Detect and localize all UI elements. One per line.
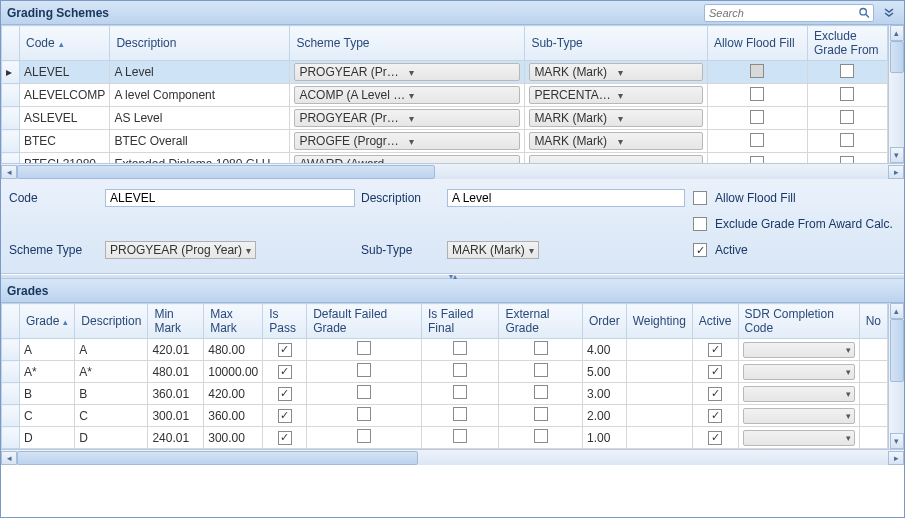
cell-is-failed-final[interactable]: [422, 427, 499, 449]
external-grade-checkbox[interactable]: [534, 385, 548, 399]
cell-max-mark[interactable]: 420.00: [204, 383, 263, 405]
cell-code[interactable]: ASLEVEL: [20, 107, 110, 130]
cell-scheme-type[interactable]: AWARD (Award Level)▾: [290, 153, 525, 164]
cell-sdr[interactable]: ▾: [738, 361, 859, 383]
table-row[interactable]: ▸ALEVELA LevelPROGYEAR (Prog Year)▾MARK …: [2, 61, 888, 84]
cell-default-failed-grade[interactable]: [307, 339, 422, 361]
cell-description[interactable]: BTEC Overall: [110, 130, 290, 153]
cell-scheme-type[interactable]: PROGYEAR (Prog Year)▾: [290, 107, 525, 130]
default-failed-grade-checkbox[interactable]: [357, 341, 371, 355]
scheme-type-cell-dropdown[interactable]: PROGFE (Programme FE)▾: [294, 132, 520, 150]
sub-type-cell-dropdown[interactable]: MARK (Mark)▾: [529, 63, 703, 81]
default-failed-grade-checkbox[interactable]: [357, 363, 371, 377]
col-grade[interactable]: Grade▴: [20, 304, 75, 339]
col-description[interactable]: Description: [110, 26, 290, 61]
cell-external-grade[interactable]: [499, 449, 583, 450]
sdr-dropdown[interactable]: ▾: [743, 408, 855, 424]
flood-fill-checkbox[interactable]: [750, 133, 764, 147]
cell-order[interactable]: 5.00: [582, 361, 626, 383]
sub-type-dropdown[interactable]: MARK (Mark)▾: [447, 241, 539, 259]
cell-is-pass[interactable]: ✓: [263, 339, 307, 361]
scroll-up-button[interactable]: ▴: [890, 303, 904, 319]
grades-vertical-scrollbar[interactable]: ▴ ▾: [888, 303, 904, 449]
cell-is-failed-final[interactable]: [422, 449, 499, 450]
default-failed-grade-checkbox[interactable]: [357, 385, 371, 399]
table-row[interactable]: EE0.00240.00✓0.00✓▾: [2, 449, 888, 450]
sub-type-cell-dropdown[interactable]: ▾: [529, 155, 703, 163]
row-header[interactable]: [2, 383, 20, 405]
cell-external-grade[interactable]: [499, 405, 583, 427]
cell-weighting[interactable]: [626, 427, 692, 449]
cell-grade-description[interactable]: A*: [75, 361, 148, 383]
table-row[interactable]: CC300.01360.00✓2.00✓▾: [2, 405, 888, 427]
exclude-grade-checkbox[interactable]: [840, 133, 854, 147]
cell-is-pass[interactable]: ✓: [263, 449, 307, 450]
cell-exclude-grade-from[interactable]: [807, 84, 887, 107]
cell-weighting[interactable]: [626, 339, 692, 361]
row-header[interactable]: [2, 84, 20, 107]
cell-external-grade[interactable]: [499, 361, 583, 383]
search-input[interactable]: [707, 7, 858, 19]
table-row[interactable]: ASLEVELAS LevelPROGYEAR (Prog Year)▾MARK…: [2, 107, 888, 130]
sub-type-cell-dropdown[interactable]: MARK (Mark)▾: [529, 132, 703, 150]
col-max-mark[interactable]: Max Mark: [204, 304, 263, 339]
is-failed-final-checkbox[interactable]: [453, 385, 467, 399]
active-checkbox[interactable]: ✓: [708, 343, 722, 357]
scheme-type-dropdown[interactable]: PROGYEAR (Prog Year)▾: [105, 241, 256, 259]
scheme-type-cell-dropdown[interactable]: AWARD (Award Level)▾: [294, 155, 520, 163]
col-scheme-type[interactable]: Scheme Type: [290, 26, 525, 61]
external-grade-checkbox[interactable]: [534, 363, 548, 377]
is-failed-final-checkbox[interactable]: [453, 429, 467, 443]
cell-weighting[interactable]: [626, 449, 692, 450]
col-is-pass[interactable]: Is Pass: [263, 304, 307, 339]
grades-horizontal-scrollbar[interactable]: ◂ ▸: [1, 449, 904, 465]
sub-type-cell-dropdown[interactable]: PERCENTAGE (Percentage)▾: [529, 86, 703, 104]
col-weighting[interactable]: Weighting: [626, 304, 692, 339]
cell-exclude-grade-from[interactable]: [807, 107, 887, 130]
cell-code[interactable]: ALEVELCOMP: [20, 84, 110, 107]
cell-is-failed-final[interactable]: [422, 339, 499, 361]
cell-active[interactable]: ✓: [692, 405, 738, 427]
cell-allow-flood-fill[interactable]: [707, 84, 807, 107]
cell-is-pass[interactable]: ✓: [263, 427, 307, 449]
active-checkbox[interactable]: ✓: [708, 431, 722, 445]
cell-sdr[interactable]: ▾: [738, 449, 859, 450]
sdr-dropdown[interactable]: ▾: [743, 430, 855, 446]
col-external-grade[interactable]: External Grade: [499, 304, 583, 339]
cell-description[interactable]: A Level: [110, 61, 290, 84]
cell-sub-type[interactable]: MARK (Mark)▾: [525, 61, 708, 84]
col-no[interactable]: No: [859, 304, 887, 339]
row-header[interactable]: [2, 130, 20, 153]
col-min-mark[interactable]: Min Mark: [148, 304, 204, 339]
cell-active[interactable]: ✓: [692, 339, 738, 361]
exclude-grade-checkbox[interactable]: [840, 110, 854, 124]
cell-max-mark[interactable]: 10000.00: [204, 361, 263, 383]
scroll-down-button[interactable]: ▾: [890, 433, 904, 449]
cell-no[interactable]: [859, 449, 887, 450]
row-header[interactable]: ▸: [2, 61, 20, 84]
cell-allow-flood-fill[interactable]: [707, 61, 807, 84]
cell-no[interactable]: [859, 361, 887, 383]
cell-grade-description[interactable]: B: [75, 383, 148, 405]
cell-default-failed-grade[interactable]: [307, 427, 422, 449]
cell-active[interactable]: ✓: [692, 361, 738, 383]
cell-sdr[interactable]: ▾: [738, 383, 859, 405]
cell-weighting[interactable]: [626, 361, 692, 383]
cell-grade[interactable]: B: [20, 383, 75, 405]
cell-default-failed-grade[interactable]: [307, 361, 422, 383]
allow-flood-fill-checkbox[interactable]: [693, 191, 707, 205]
flood-fill-checkbox[interactable]: [750, 87, 764, 101]
col-allow-flood-fill[interactable]: Allow Flood Fill: [707, 26, 807, 61]
cell-no[interactable]: [859, 427, 887, 449]
cell-default-failed-grade[interactable]: [307, 383, 422, 405]
scroll-right-button[interactable]: ▸: [888, 451, 904, 465]
table-row[interactable]: ALEVELCOMPA level ComponentACOMP (A Leve…: [2, 84, 888, 107]
cell-active[interactable]: ✓: [692, 427, 738, 449]
is-pass-checkbox[interactable]: ✓: [278, 365, 292, 379]
cell-sdr[interactable]: ▾: [738, 405, 859, 427]
description-field[interactable]: [447, 189, 685, 207]
cell-weighting[interactable]: [626, 383, 692, 405]
is-pass-checkbox[interactable]: ✓: [278, 409, 292, 423]
cell-order[interactable]: 0.00: [582, 449, 626, 450]
scheme-type-cell-dropdown[interactable]: ACOMP (A Level Component or Unit)▾: [294, 86, 520, 104]
